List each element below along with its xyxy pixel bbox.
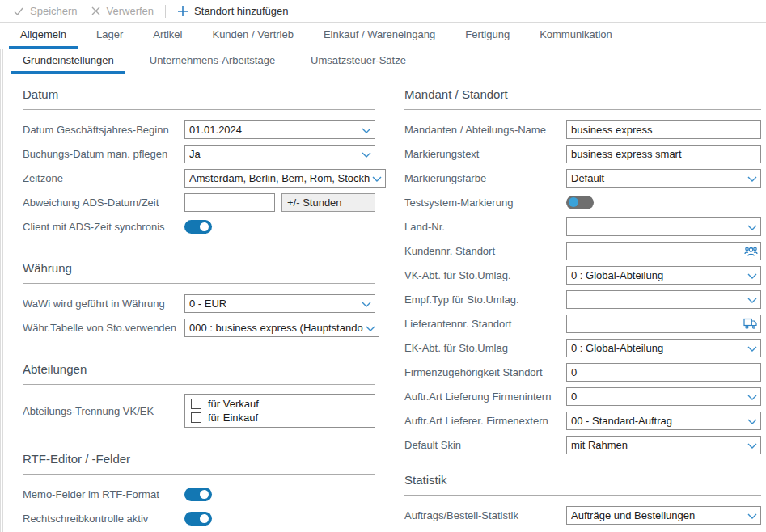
ads-sync-toggle[interactable] <box>184 220 212 234</box>
field-row-mandanten-name: Mandanten / Abteilungs-Name <box>404 117 761 141</box>
section-title-datum: Datum <box>23 87 375 110</box>
dropdown-value: 00 - Standard-Auftrag <box>571 415 683 427</box>
country-number-dropdown[interactable] <box>566 217 761 236</box>
save-button-label: Speichern <box>30 5 78 17</box>
tab-umsatzsteuer-saetze[interactable]: Umsatzsteuer-Sätze <box>299 49 417 74</box>
field-row-abteilungs-trennung: Abteilungs-Trennung VK/EK für Verkauf fü… <box>23 392 375 429</box>
add-location-button-label: Standort hinzufügen <box>194 5 288 17</box>
field-row-statistik: Auftrags/Bestell-Statistik Aufträge und … <box>404 503 761 527</box>
client-name-input[interactable] <box>566 120 761 139</box>
dropdown-value: mit Rahmen <box>571 439 639 451</box>
dropdown-value: 0 : Global-Abteilung <box>571 342 675 354</box>
section-rtf: RTF-Editor / -Felder Memo-Felder im RTF-… <box>23 452 375 532</box>
checkbox-label: für Einkauf <box>208 412 258 424</box>
field-row-geschaeftsjahr: Datum Geschäftsjahres-Beginn 01.01.2024 <box>23 117 375 141</box>
section-mandant: Mandant / Standort Mandanten / Abteilung… <box>404 87 761 457</box>
tab-kommunikation[interactable]: Kommunikation <box>528 23 624 49</box>
truck-icon[interactable] <box>743 318 758 330</box>
tab-unternehmens-arbeitstage[interactable]: Unternehmens-Arbeitstage <box>138 49 286 74</box>
dropdown-value: 0 - EUR <box>189 298 238 310</box>
timezone-dropdown[interactable]: Amsterdam, Berlin, Bern, Rom, Stockh <box>184 169 386 188</box>
tab-lager[interactable]: Lager <box>85 23 134 49</box>
field-row-testsystem: Testsystem-Markierung <box>404 190 761 214</box>
internal-order-type-dropdown[interactable]: 0 <box>566 387 761 406</box>
posting-date-dropdown[interactable]: Ja <box>184 145 375 163</box>
tab-einkauf-wareneingang[interactable]: Einkauf / Wareneingang <box>312 23 446 49</box>
save-button[interactable]: Speichern <box>6 0 84 22</box>
client-name-input-field[interactable] <box>571 124 756 136</box>
close-icon <box>91 6 101 16</box>
field-label: Markierungsfarbe <box>404 172 566 184</box>
company-affiliation-input-field[interactable] <box>571 366 756 378</box>
company-affiliation-input[interactable] <box>566 363 761 382</box>
add-location-button[interactable]: Standort hinzufügen <box>171 0 294 22</box>
field-row-kundennr: Kundennr. Standort <box>404 239 761 263</box>
field-row-ek-abt: EK-Abt. für Sto.Umlag 0 : Global-Abteilu… <box>404 336 761 360</box>
currency-table-dropdown[interactable]: 000 : business express (Hauptstando <box>184 319 379 337</box>
checkbox-label: für Verkauf <box>208 398 259 410</box>
section-title-mandant: Mandant / Standort <box>404 87 761 110</box>
field-row-wawi-waehrung: WaWi wird geführt in Währung 0 - EUR <box>23 291 375 315</box>
order-statistics-dropdown[interactable]: Aufträge und Bestellungen <box>566 506 761 525</box>
chevron-down-icon <box>362 128 371 133</box>
secondary-tab-bar: Grundeinstellungen Unternehmens-Arbeitst… <box>0 49 766 74</box>
marker-text-input-field[interactable] <box>571 148 756 160</box>
dropdown-value: Default <box>571 172 616 184</box>
external-order-type-dropdown[interactable]: 00 - Standard-Auftrag <box>566 412 761 430</box>
chevron-down-icon <box>372 176 382 182</box>
right-column: Mandant / Standort Mandanten / Abteilung… <box>404 81 761 527</box>
checkbox-row-verkauf: für Verkauf <box>191 398 369 410</box>
customer-number-input-field[interactable] <box>571 245 756 257</box>
discard-button[interactable]: Verwerfen <box>84 0 161 22</box>
toggle-knob <box>200 222 209 231</box>
dropdown-value: 0 <box>571 391 588 403</box>
memo-rtf-toggle[interactable] <box>184 488 212 501</box>
tab-artikel[interactable]: Artikel <box>142 23 193 49</box>
verkauf-checkbox[interactable] <box>191 399 201 409</box>
section-waehrung: Währung WaWi wird geführt in Währung 0 -… <box>23 261 375 340</box>
spellcheck-active-toggle[interactable] <box>184 512 212 526</box>
left-column: Datum Datum Geschäftsjahres-Beginn 01.01… <box>23 81 375 532</box>
supplier-number-input[interactable] <box>566 315 761 333</box>
primary-tab-bar: Allgemein Lager Artikel Kunden / Vertrie… <box>0 23 766 49</box>
tab-allgemein[interactable]: Allgemein <box>9 23 78 49</box>
field-row-auftrag-intern: Auftr.Art Lieferung Firmenintern 0 <box>404 384 761 408</box>
dropdown-value: 000 : business express (Hauptstando <box>189 322 375 334</box>
field-label: Buchungs-Datum man. pflegen <box>23 148 184 160</box>
ads-offset-input[interactable] <box>184 193 275 212</box>
default-skin-dropdown[interactable]: mit Rahmen <box>566 436 761 454</box>
tab-grundeinstellungen[interactable]: Grundeinstellungen <box>11 49 125 74</box>
field-row-markierungstext: Markierungstext <box>404 141 761 166</box>
ads-offset-input-field[interactable] <box>189 196 270 209</box>
customers-icon[interactable] <box>744 245 758 259</box>
chevron-down-icon <box>747 513 757 519</box>
chevron-down-icon <box>747 346 757 352</box>
field-row-markierungsfarbe: Markierungsfarbe Default <box>404 166 761 190</box>
field-row-zeitzone: Zeitzone Amsterdam, Berlin, Bern, Rom, S… <box>23 166 375 190</box>
einkauf-checkbox[interactable] <box>191 412 201 423</box>
supplier-number-input-field[interactable] <box>571 318 756 330</box>
tab-fertigung[interactable]: Fertigung <box>454 23 521 49</box>
field-label: Mandanten / Abteilungs-Name <box>404 124 566 136</box>
field-row-firmenzugehoerigkeit: Firmenzugehörigkeit Standort <box>404 360 761 384</box>
field-label: Abweichung ADS-Datum/Zeit <box>23 196 184 209</box>
sales-department-dropdown[interactable]: 0 : Global-Abteilung <box>566 266 761 285</box>
dropdown-value: Amsterdam, Berlin, Bern, Rom, Stockh <box>189 172 381 184</box>
marker-text-input[interactable] <box>566 145 761 163</box>
currency-dropdown[interactable]: 0 - EUR <box>184 294 375 313</box>
section-title-rtf: RTF-Editor / -Felder <box>23 452 375 475</box>
chevron-down-icon <box>747 225 757 230</box>
test-system-toggle[interactable] <box>566 196 594 209</box>
chevron-down-icon <box>747 176 757 182</box>
tab-kunden-vertrieb[interactable]: Kunden / Vertrieb <box>201 23 304 49</box>
toggle-knob <box>569 197 578 207</box>
customer-number-input[interactable] <box>566 242 761 260</box>
field-row-land-nr: Land-Nr. <box>404 214 761 239</box>
chevron-down-icon <box>366 326 375 331</box>
fiscal-year-start-dropdown[interactable]: 01.01.2024 <box>184 120 375 139</box>
marker-color-dropdown[interactable]: Default <box>566 169 761 188</box>
purchase-department-dropdown[interactable]: 0 : Global-Abteilung <box>566 339 761 357</box>
receiver-type-dropdown[interactable] <box>566 290 761 309</box>
field-row-waehrungstabelle: Währ.Tabelle von Sto.verwenden 000 : bus… <box>23 315 375 340</box>
chevron-down-icon <box>362 152 371 158</box>
